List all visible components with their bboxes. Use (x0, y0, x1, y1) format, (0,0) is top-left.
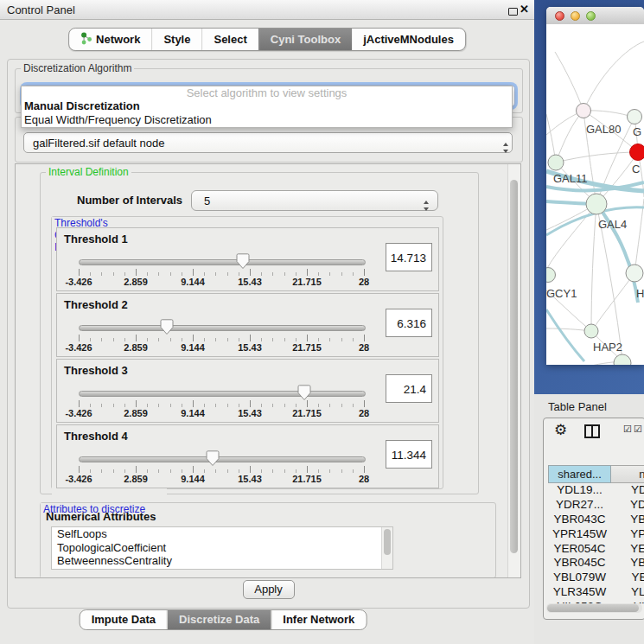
interval-definition-section: Interval Definition Number of Intervals … (40, 172, 479, 494)
table-cell[interactable]: YBR045C (548, 556, 611, 571)
table-cell[interactable]: YLR345W (548, 585, 611, 600)
list-scrollbar[interactable] (381, 527, 392, 569)
table-cell[interactable]: YBR043C (548, 513, 611, 527)
tick-label: 15.43 (238, 408, 262, 418)
checkbox-icon[interactable]: ☑ (623, 424, 632, 435)
dropdown-option[interactable]: Equal Width/Frequency Discretization (22, 113, 512, 127)
table-cell[interactable]: YER0 (611, 542, 644, 557)
scrollbar-thumb[interactable] (510, 180, 518, 553)
table-cell[interactable]: YBR0 (611, 513, 644, 527)
table-row[interactable]: YPR145WYPR1 (548, 527, 644, 542)
network-edge[interactable] (591, 204, 596, 331)
table-row[interactable]: YBL079WYBL0 (548, 571, 644, 585)
table-cell[interactable]: YDR27... (548, 498, 611, 513)
minimize-traffic-light[interactable] (571, 11, 580, 21)
tab-jactivemnodules[interactable]: jActiveMNodules (352, 29, 465, 50)
threshold-slider[interactable]: -3.4262.8599.14415.4321.71528 (79, 449, 364, 485)
slider-track[interactable] (79, 391, 366, 397)
tab-style[interactable]: Style (151, 29, 201, 50)
tab-network[interactable]: Network (69, 29, 151, 50)
list-item[interactable]: BetweennessCentrality (52, 554, 392, 568)
vertical-scrollbar[interactable] (507, 164, 520, 577)
tab-discretize-data[interactable]: Discretize Data (167, 610, 271, 629)
slider-track[interactable] (79, 325, 366, 331)
tick-label: 15.43 (238, 342, 262, 353)
threshold-panel: Threshold 1-3.4262.8599.14415.4321.71528… (56, 227, 439, 291)
network-edge[interactable] (546, 361, 622, 365)
threshold-value-field[interactable]: 14.713 (386, 243, 432, 271)
slider-track[interactable] (79, 456, 366, 462)
network-node[interactable] (546, 268, 556, 283)
threshold-value-field[interactable]: 21.4 (386, 374, 432, 403)
network-node[interactable] (586, 194, 607, 214)
threshold-value-field[interactable]: 6.316 (386, 309, 432, 337)
dropdown-option[interactable]: Manual Discretization (22, 99, 512, 113)
numerical-attributes-list[interactable]: SelfLoopsTopologicalCoefficientBetweenne… (51, 526, 393, 570)
table-cell[interactable]: YDR2 (611, 498, 644, 513)
network-window-titlebar[interactable] (546, 7, 644, 25)
column-header-0[interactable]: shared... (548, 465, 611, 483)
table-cell[interactable]: YPR1 (611, 527, 644, 542)
table-row[interactable]: YER054CYER0 (548, 542, 644, 557)
table-row[interactable]: YDL19...YDL1 (548, 483, 644, 498)
scrollbar-thumb[interactable] (547, 604, 639, 612)
float-window-icon[interactable] (508, 8, 518, 16)
table-cell[interactable]: YBR0 (611, 556, 644, 571)
close-icon[interactable]: ✕ (520, 3, 529, 16)
network-node[interactable] (584, 324, 598, 338)
section-title-interval: Interval Definition (46, 166, 131, 178)
table-row[interactable]: YLR345WYLR3 (548, 585, 644, 600)
columns-icon[interactable] (584, 424, 600, 438)
tab-label: Impute Data (92, 613, 156, 626)
node-label: HAP2 (593, 341, 622, 354)
table-cell[interactable]: YDL19... (548, 483, 611, 498)
network-edge[interactable] (555, 52, 583, 111)
table-data-combobox[interactable]: galFiltered.sif default node (23, 132, 513, 153)
thresholds-section: Threshold's Coordinates for 5 Intervals … (51, 216, 443, 489)
table-cell[interactable]: YLR3 (611, 585, 644, 600)
apply-button[interactable]: Apply (243, 580, 295, 599)
tab-infer-network[interactable]: Infer Network (271, 610, 366, 629)
close-traffic-light[interactable] (555, 11, 564, 21)
tick-label: -3.426 (65, 474, 92, 484)
network-canvas[interactable]: GAL80GCGAL11GAL4GCY1HHAP2 (546, 24, 644, 365)
zoom-traffic-light[interactable] (586, 11, 596, 21)
threshold-slider[interactable]: -3.4262.8599.14415.4321.71528 (79, 252, 364, 288)
network-node[interactable] (628, 110, 642, 124)
checkbox-icon[interactable]: ☑ (634, 424, 642, 435)
network-icon (80, 32, 92, 48)
threshold-slider[interactable]: -3.4262.8599.14415.4321.71528 (79, 317, 364, 354)
column-header-1[interactable]: na (611, 465, 644, 483)
table-row[interactable]: YDR27...YDR2 (548, 498, 644, 513)
network-node[interactable] (626, 265, 643, 282)
threshold-value-field[interactable]: 11.344 (386, 440, 432, 469)
tick-label: 9.144 (181, 277, 205, 287)
table-cell[interactable]: YBL0 (611, 571, 644, 585)
table-cell[interactable]: YBL079W (548, 571, 611, 585)
network-node[interactable] (548, 155, 564, 170)
table-row[interactable]: YBR043CYBR0 (548, 513, 644, 527)
network-edge[interactable] (546, 309, 584, 361)
gear-icon[interactable]: ⚙ (554, 421, 567, 439)
network-edge[interactable] (556, 111, 583, 163)
slider-track[interactable] (79, 259, 366, 265)
network-edge[interactable] (634, 199, 644, 273)
network-node[interactable] (630, 144, 644, 161)
node-label: GAL4 (598, 218, 627, 231)
network-edge[interactable] (591, 273, 634, 331)
tab-impute-data[interactable]: Impute Data (80, 610, 167, 629)
table-cell[interactable]: YPR145W (548, 527, 611, 542)
table-row[interactable]: YBR045CYBR0 (548, 556, 644, 571)
table-cell[interactable]: YER054C (548, 542, 611, 557)
tab-cyni-toolbox[interactable]: Cyni Toolbox (258, 29, 352, 50)
list-item[interactable]: TopologicalCoefficient (52, 541, 392, 555)
network-edge[interactable] (556, 152, 638, 163)
network-edge[interactable] (583, 41, 644, 111)
network-node[interactable] (577, 104, 591, 118)
tab-select[interactable]: Select (201, 29, 258, 50)
horizontal-scrollbar[interactable] (546, 603, 642, 613)
table-cell[interactable]: YDL1 (611, 483, 644, 498)
num-intervals-spinner[interactable]: 5 (191, 190, 438, 211)
list-item[interactable]: SelfLoops (52, 527, 392, 541)
threshold-slider[interactable]: -3.4262.8599.14415.4321.71528 (79, 383, 364, 419)
